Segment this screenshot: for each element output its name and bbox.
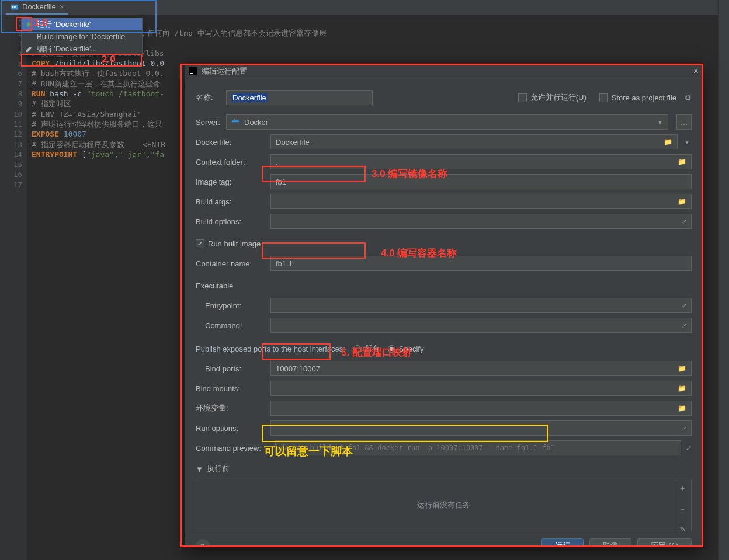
context-label: Context folder: <box>196 158 266 166</box>
ctx-item-edit[interactable]: 编辑 'Dockerfile'... <box>22 43 142 55</box>
line-number: 14 <box>0 149 22 159</box>
server-value: Docker <box>244 118 268 127</box>
edit-task-button[interactable]: ✎ <box>679 525 686 534</box>
checkbox-icon <box>518 93 527 102</box>
bind-ports-input[interactable] <box>276 364 678 373</box>
svg-rect-2 <box>14 6 16 8</box>
chevron-down-icon[interactable]: ▾ <box>682 138 692 146</box>
expand-icon: ⤢ <box>682 425 686 432</box>
docker-whale-icon <box>231 118 241 126</box>
run-built-checkbox[interactable]: ✔ Run built image <box>196 239 261 248</box>
checkbox-label: 允许并行运行(U) <box>530 92 586 103</box>
folder-icon: 📁 <box>678 384 686 392</box>
tasks-toolbar: ＋ － ✎ <box>674 479 691 531</box>
build-args-field[interactable]: 📁 <box>270 194 692 209</box>
line-number: 7 <box>0 79 22 89</box>
right-gutter-bar <box>718 0 729 560</box>
container-field[interactable] <box>270 256 692 271</box>
run-triangle-icon <box>25 20 33 29</box>
radio-icon <box>353 345 361 353</box>
executable-heading: Executable <box>196 281 233 290</box>
server-more-button[interactable]: … <box>676 114 692 130</box>
line-number: 2 <box>0 28 22 38</box>
tab-label: Dockerfile <box>22 2 56 11</box>
checkbox-icon: ✔ <box>196 239 204 248</box>
bind-ports-field[interactable]: 📁 <box>270 361 692 376</box>
name-value: Dockerfile <box>231 93 268 102</box>
folder-icon: 📁 <box>678 158 686 166</box>
svg-rect-6 <box>234 120 235 121</box>
bind-ports-label: Bind ports: <box>196 364 266 373</box>
remove-task-button[interactable]: － <box>679 504 686 514</box>
dialog-body: 名称: Dockerfile 允许并行运行(U) Store as projec… <box>185 78 702 547</box>
folder-icon: 📁 <box>664 138 672 146</box>
run-button[interactable]: 运行 <box>541 538 584 547</box>
folder-icon: 📁 <box>678 197 686 206</box>
image-tag-input[interactable] <box>276 178 686 186</box>
bind-mounts-field[interactable]: 📁 <box>270 381 692 396</box>
publish-label: Publish exposed ports to the host interf… <box>196 345 345 353</box>
build-opts-field[interactable]: ⤢ <box>270 214 692 229</box>
container-input[interactable] <box>276 259 686 268</box>
folder-icon: 📁 <box>678 404 686 412</box>
entrypoint-label: Entrypoint: <box>196 301 266 310</box>
entrypoint-field[interactable]: ⤢ <box>270 298 692 313</box>
command-field[interactable]: ⤢ <box>270 318 692 333</box>
ide-logo-icon <box>189 67 197 75</box>
runopts-field[interactable]: ⤢ <box>270 420 692 436</box>
line-number: 4 <box>0 48 22 58</box>
add-task-button[interactable]: ＋ <box>679 483 686 493</box>
build-opts-label: Build options: <box>196 217 266 226</box>
folder-icon: 📁 <box>678 364 686 373</box>
checkbox-label: Store as project file <box>612 93 676 102</box>
before-run-header[interactable]: ▼ 执行前 <box>196 464 692 474</box>
dialog-title: 编辑运行配置 <box>202 66 247 76</box>
line-number: 5 <box>0 58 22 68</box>
server-label: Server: <box>196 118 221 127</box>
apply-button[interactable]: 应用 (A) <box>637 538 692 547</box>
dialog-close-button[interactable]: × <box>693 66 699 76</box>
svg-rect-3 <box>189 67 197 75</box>
cmdprev-label: Command preview: <box>196 444 270 453</box>
image-tag-label: Image tag: <box>196 178 266 186</box>
checkbox-icon <box>599 93 608 102</box>
radio-specify[interactable]: Specify <box>388 345 424 353</box>
help-button[interactable]: ? <box>196 539 210 547</box>
allow-parallel-checkbox[interactable]: 允许并行运行(U) <box>518 92 586 103</box>
radio-icon <box>388 345 395 353</box>
ctx-item-run[interactable]: 运行 'Dockerfile' <box>22 18 142 30</box>
context-field[interactable]: .📁 <box>270 154 692 169</box>
dockerfile-field[interactable]: Dockerfile📁 <box>270 134 678 149</box>
env-field[interactable]: 📁 <box>270 401 692 416</box>
server-dropdown[interactable]: Docker ▼ <box>226 114 668 130</box>
ctx-label: 编辑 'Dockerfile'... <box>37 44 97 54</box>
bind-mounts-label: Bind mounts: <box>196 384 266 393</box>
expand-icon: ⤢ <box>682 302 686 309</box>
line-number: 8 <box>0 89 22 99</box>
line-number-gutter: 1 2 3 4 5 6 7 8 9 10 11 12 13 14 15 16 1… <box>0 15 27 560</box>
gear-icon[interactable]: ⚙ <box>685 93 692 102</box>
name-label: 名称: <box>196 92 221 103</box>
ctx-label: 运行 'Dockerfile' <box>37 19 91 30</box>
image-tag-field[interactable] <box>270 174 692 189</box>
store-project-checkbox[interactable]: Store as project file <box>599 93 676 102</box>
svg-rect-7 <box>235 120 237 121</box>
ctx-item-build[interactable]: Build Image for 'Dockerfile' <box>22 30 142 43</box>
cancel-button[interactable]: 取消 <box>589 538 631 547</box>
checkbox-label: Run built image <box>208 239 261 248</box>
chevron-down-icon: ▼ <box>196 465 203 474</box>
no-tasks-label: 运行前没有任务 <box>417 500 470 510</box>
ctx-label: Build Image for 'Dockerfile' <box>37 32 127 41</box>
editor-tab-dockerfile[interactable]: Dockerfile × <box>6 0 68 15</box>
name-field[interactable]: Dockerfile <box>226 90 373 105</box>
tab-close-icon[interactable]: × <box>60 2 64 11</box>
radio-all[interactable]: 所有 <box>353 343 380 354</box>
runopts-label: Run options: <box>196 424 266 433</box>
command-label: Command: <box>196 321 266 330</box>
docker-file-icon <box>11 3 19 11</box>
before-run-label: 执行前 <box>207 464 230 474</box>
expand-icon[interactable]: ⤢ <box>686 444 692 452</box>
line-number: 16 <box>0 169 22 179</box>
line-number: 10 <box>0 109 22 119</box>
cmdprev-field: docker build -t fb1 && docker run -p 100… <box>275 440 681 455</box>
